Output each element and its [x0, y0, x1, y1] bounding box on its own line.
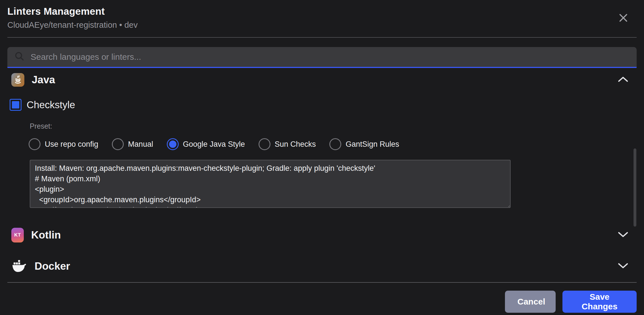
close-button[interactable]: [617, 12, 630, 25]
modal-header: Linters Management CloudAEye/tenant-regi…: [7, 6, 637, 30]
checkbox-checked-fill: [12, 101, 19, 108]
chevron-down-icon: [617, 262, 629, 271]
radio-circle: [29, 138, 40, 150]
chevron-down-icon: [617, 231, 629, 239]
linter-row-checkstyle: Checkstyle: [10, 99, 637, 111]
scrollbar-thumb[interactable]: [634, 148, 636, 227]
linters-management-modal: Linters Management CloudAEye/tenant-regi…: [0, 0, 644, 315]
radio-circle: [112, 138, 124, 150]
radio-manual[interactable]: Manual: [112, 138, 153, 150]
search-bar[interactable]: [7, 47, 637, 68]
radio-label: Sun Checks: [275, 140, 316, 149]
radio-gantsign-rules[interactable]: GantSign Rules: [329, 138, 399, 150]
radio-circle: [259, 138, 270, 150]
section-header-docker[interactable]: Docker: [7, 256, 637, 277]
section-header-java[interactable]: Java: [7, 72, 637, 88]
checkstyle-config-textarea[interactable]: Install: Maven: org.apache.maven.plugins…: [30, 160, 511, 208]
modal-title: Linters Management: [7, 6, 637, 17]
radio-google-java-style[interactable]: Google Java Style: [167, 138, 245, 150]
docker-icon: [11, 259, 27, 273]
cancel-button[interactable]: Cancel: [505, 291, 556, 313]
save-changes-button[interactable]: Save Changes: [562, 291, 637, 313]
modal-footer: Cancel Save Changes: [505, 291, 637, 313]
section-label-kotlin: Kotlin: [31, 229, 61, 241]
footer-divider: [7, 282, 637, 283]
java-icon: [11, 73, 24, 87]
radio-label: Manual: [128, 140, 153, 149]
kotlin-badge-text: KT: [14, 232, 21, 238]
preset-label: Preset:: [30, 122, 637, 130]
close-icon: [618, 12, 629, 25]
search-icon: [12, 51, 25, 63]
checkstyle-checkbox[interactable]: [10, 99, 22, 111]
radio-use-repo-config[interactable]: Use repo config: [29, 138, 98, 150]
radio-label: Google Java Style: [183, 140, 245, 149]
header-divider: [7, 37, 637, 38]
radio-circle-selected: [167, 138, 179, 150]
section-label-docker: Docker: [35, 260, 70, 272]
radio-circle: [329, 138, 341, 150]
preset-radio-group: Use repo config Manual Google Java Style…: [29, 138, 637, 150]
radio-label: GantSign Rules: [346, 140, 399, 149]
section-label-java: Java: [32, 74, 55, 86]
linter-name: Checkstyle: [27, 99, 75, 110]
section-header-kotlin[interactable]: KT Kotlin: [7, 224, 637, 246]
repo-branch-subtitle: CloudAEye/tenant-registration • dev: [7, 20, 637, 30]
kotlin-icon: KT: [11, 228, 24, 242]
chevron-up-icon: [617, 76, 629, 84]
search-input[interactable]: [31, 52, 632, 62]
radio-label: Use repo config: [45, 140, 98, 149]
radio-sun-checks[interactable]: Sun Checks: [259, 138, 316, 150]
